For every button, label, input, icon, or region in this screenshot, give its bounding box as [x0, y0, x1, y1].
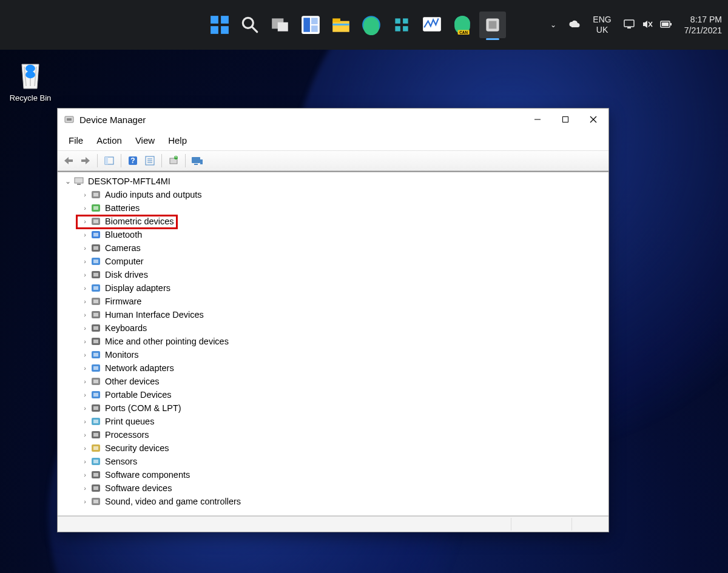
mouse-icon: [90, 336, 101, 347]
chevron-right-icon[interactable]: ›: [79, 284, 90, 292]
svg-rect-80: [93, 366, 98, 370]
svg-rect-11: [311, 25, 318, 32]
device-manager-taskbar-icon[interactable]: [479, 12, 506, 38]
tree-item[interactable]: ›Software components: [62, 468, 608, 481]
menu-view[interactable]: View: [129, 134, 161, 147]
tree-item[interactable]: ›Security devices: [62, 441, 608, 455]
menu-action[interactable]: Action: [90, 134, 128, 147]
titlebar[interactable]: Device Manager: [58, 109, 608, 130]
tree-item[interactable]: ›Computer: [62, 255, 608, 268]
tree-item[interactable]: ›Cameras: [62, 241, 608, 255]
svg-rect-16: [395, 18, 400, 24]
svg-rect-74: [93, 326, 98, 330]
chevron-right-icon[interactable]: ›: [79, 311, 90, 318]
clock[interactable]: 8:17 PM 7/21/2021: [684, 14, 722, 36]
tree-item[interactable]: ›Batteries: [62, 201, 608, 215]
chevron-right-icon[interactable]: ›: [79, 338, 90, 345]
chevron-right-icon[interactable]: ›: [79, 364, 90, 372]
taskbar-center: CAN: [206, 12, 506, 38]
chevron-right-icon[interactable]: ›: [79, 391, 90, 398]
start-icon[interactable]: [206, 12, 233, 38]
toolbar-show-hide-button[interactable]: [102, 153, 116, 168]
keyboard-icon: [90, 323, 101, 333]
svg-rect-70: [93, 300, 98, 303]
svg-rect-18: [395, 26, 400, 32]
tree-item[interactable]: ›Sound, video and game controllers: [62, 495, 608, 508]
chevron-right-icon[interactable]: ›: [79, 484, 90, 492]
language-indicator[interactable]: ENG UK: [593, 15, 611, 35]
chevron-right-icon[interactable]: ›: [79, 378, 90, 385]
chevron-right-icon[interactable]: ›: [79, 351, 90, 358]
toolbar-devices-button[interactable]: [190, 153, 204, 168]
chevron-right-icon[interactable]: ›: [79, 404, 90, 412]
file-explorer-icon[interactable]: [328, 12, 354, 38]
tree-item[interactable]: ›Bluetooth: [62, 228, 608, 241]
screenshot-app-icon[interactable]: [419, 12, 445, 38]
tray-chevron-icon[interactable]: ⌄: [550, 21, 556, 29]
chevron-right-icon[interactable]: ›: [79, 191, 90, 198]
tree-root-node[interactable]: ⌄ DESKTOP-MFTL4MI: [62, 175, 608, 188]
toolbar-forward-button[interactable]: [78, 153, 93, 168]
tree-item[interactable]: ›Network adapters: [62, 361, 608, 375]
maximize-button[interactable]: [551, 110, 579, 129]
chevron-right-icon[interactable]: ›: [79, 431, 90, 438]
edge-browser-icon[interactable]: [358, 12, 385, 38]
tree-item[interactable]: ›Processors: [62, 428, 608, 441]
svg-rect-76: [93, 340, 98, 343]
svg-rect-66: [93, 273, 98, 276]
chevron-right-icon[interactable]: ›: [79, 204, 90, 212]
tree-item[interactable]: ›Disk drives: [62, 268, 608, 281]
svg-rect-92: [93, 446, 98, 450]
minimize-button[interactable]: [524, 110, 551, 129]
tree-item[interactable]: ›Human Interface Devices: [62, 308, 608, 321]
menu-help[interactable]: Help: [162, 134, 193, 147]
toolbar-help-button[interactable]: ?: [126, 153, 140, 168]
toolbar-properties-button[interactable]: [143, 153, 157, 168]
menu-file[interactable]: File: [62, 134, 89, 147]
search-icon[interactable]: [237, 12, 263, 38]
tree-item[interactable]: ›Other devices: [62, 375, 608, 388]
onedrive-icon[interactable]: [568, 20, 581, 30]
widgets-icon[interactable]: [297, 12, 324, 38]
chevron-right-icon[interactable]: ›: [79, 258, 90, 265]
chevron-right-icon[interactable]: ›: [79, 218, 90, 225]
edge-canary-icon[interactable]: CAN: [449, 12, 476, 38]
tree-item[interactable]: ›Biometric devices: [62, 215, 608, 228]
chevron-right-icon[interactable]: ›: [79, 271, 90, 278]
tree-item[interactable]: ›Portable Devices: [62, 388, 608, 401]
tree-item-label: Sensors: [105, 457, 137, 466]
volume-muted-icon[interactable]: [642, 19, 653, 31]
tree-item[interactable]: ›Display adapters: [62, 281, 608, 295]
tree-item[interactable]: ›Mice and other pointing devices: [62, 335, 608, 348]
tree-item[interactable]: ›Firmware: [62, 295, 608, 308]
close-button[interactable]: [579, 110, 607, 129]
device-tree[interactable]: ⌄ DESKTOP-MFTL4MI ›Audio inputs and outp…: [58, 171, 608, 516]
expander-icon[interactable]: ⌄: [62, 177, 73, 186]
recycle-bin[interactable]: Recycle Bin: [6, 59, 55, 102]
tree-item[interactable]: ›Sensors: [62, 455, 608, 468]
tree-item[interactable]: ›Software devices: [62, 481, 608, 495]
chevron-right-icon[interactable]: ›: [79, 498, 90, 505]
battery-tray-icon[interactable]: [660, 20, 672, 30]
task-view-icon[interactable]: [267, 12, 294, 38]
tree-item-label: Print queues: [105, 417, 154, 426]
tree-item[interactable]: ›Audio inputs and outputs: [62, 188, 608, 201]
chevron-right-icon[interactable]: ›: [79, 458, 90, 465]
tree-item[interactable]: ›Ports (COM & LPT): [62, 401, 608, 415]
tree-item[interactable]: ›Monitors: [62, 348, 608, 361]
tree-item[interactable]: ›Keyboards: [62, 321, 608, 335]
chevron-right-icon[interactable]: ›: [79, 324, 90, 332]
display-tray-icon[interactable]: [624, 19, 635, 31]
chevron-right-icon[interactable]: ›: [79, 444, 90, 452]
tree-item-label: Other devices: [105, 377, 159, 386]
chevron-right-icon[interactable]: ›: [79, 471, 90, 478]
chevron-right-icon[interactable]: ›: [79, 244, 90, 252]
unknown-app-icon[interactable]: [388, 12, 415, 38]
tree-item[interactable]: ›Print queues: [62, 415, 608, 428]
statusbar: [58, 516, 608, 532]
chevron-right-icon[interactable]: ›: [79, 298, 90, 305]
toolbar-back-button[interactable]: [61, 153, 76, 168]
chevron-right-icon[interactable]: ›: [79, 418, 90, 425]
chevron-right-icon[interactable]: ›: [79, 231, 90, 238]
toolbar-scan-button[interactable]: [166, 153, 181, 168]
